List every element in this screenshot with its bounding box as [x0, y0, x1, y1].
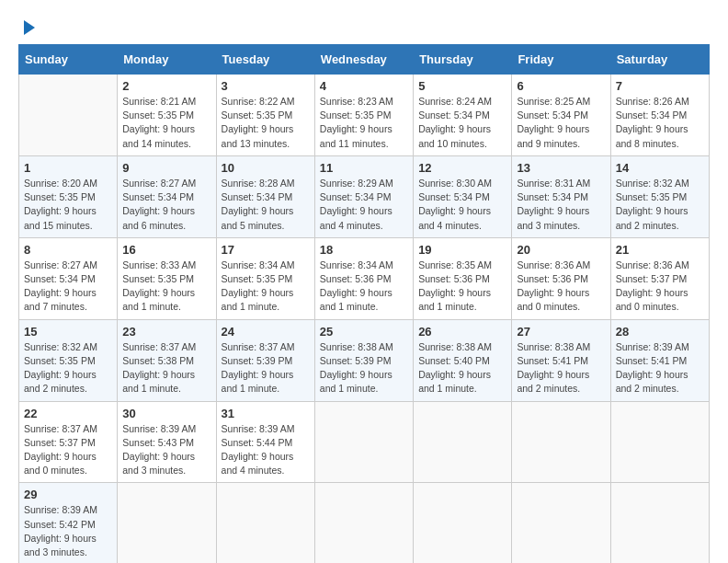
day-info: Sunrise: 8:36 AMSunset: 5:36 PMDaylight:…	[517, 259, 605, 315]
day-number: 13	[517, 161, 605, 175]
calendar-cell: 5Sunrise: 8:24 AMSunset: 5:34 PMDaylight…	[414, 75, 512, 156]
day-info: Sunrise: 8:34 AMSunset: 5:36 PMDaylight:…	[320, 259, 408, 315]
calendar-week-5: 29Sunrise: 8:39 AMSunset: 5:42 PMDayligh…	[19, 483, 710, 563]
day-info: Sunrise: 8:39 AMSunset: 5:43 PMDaylight:…	[122, 422, 210, 478]
calendar-cell: 13Sunrise: 8:31 AMSunset: 5:34 PMDayligh…	[512, 155, 610, 237]
day-info: Sunrise: 8:23 AMSunset: 5:35 PMDaylight:…	[320, 95, 408, 151]
logo-arrow-icon	[24, 20, 35, 35]
day-number: 15	[24, 325, 112, 339]
day-info: Sunrise: 8:21 AMSunset: 5:35 PMDaylight:…	[122, 95, 210, 151]
page-header	[18, 18, 710, 35]
day-info: Sunrise: 8:28 AMSunset: 5:34 PMDaylight:…	[222, 177, 310, 233]
day-number: 9	[122, 161, 210, 175]
day-info: Sunrise: 8:39 AMSunset: 5:42 PMDaylight:…	[24, 503, 112, 559]
day-info: Sunrise: 8:25 AMSunset: 5:34 PMDaylight:…	[517, 95, 605, 151]
calendar-cell: 9Sunrise: 8:27 AMSunset: 5:34 PMDaylight…	[118, 155, 216, 237]
day-info: Sunrise: 8:22 AMSunset: 5:35 PMDaylight:…	[222, 95, 310, 151]
day-number: 22	[24, 407, 112, 420]
day-number: 6	[517, 79, 605, 93]
calendar-cell	[512, 483, 610, 563]
day-info: Sunrise: 8:26 AMSunset: 5:34 PMDaylight:…	[616, 95, 704, 151]
calendar-cell: 24Sunrise: 8:37 AMSunset: 5:39 PMDayligh…	[216, 319, 314, 401]
day-info: Sunrise: 8:37 AMSunset: 5:39 PMDaylight:…	[222, 340, 310, 396]
calendar-cell: 25Sunrise: 8:38 AMSunset: 5:39 PMDayligh…	[314, 319, 413, 401]
day-info: Sunrise: 8:39 AMSunset: 5:44 PMDaylight:…	[222, 422, 310, 478]
calendar-week-2: 8Sunrise: 8:27 AMSunset: 5:34 PMDaylight…	[19, 237, 710, 319]
calendar-cell	[512, 401, 610, 483]
calendar-cell: 21Sunrise: 8:36 AMSunset: 5:37 PMDayligh…	[610, 237, 709, 319]
calendar-cell	[314, 483, 413, 563]
day-number: 28	[616, 325, 704, 339]
calendar-table: SundayMondayTuesdayWednesdayThursdayFrid…	[18, 44, 710, 563]
calendar-cell	[118, 483, 216, 563]
day-number: 14	[616, 161, 704, 175]
calendar-header-tuesday: Tuesday	[216, 45, 314, 75]
day-info: Sunrise: 8:35 AMSunset: 5:36 PMDaylight:…	[418, 259, 506, 315]
day-number: 7	[616, 79, 704, 93]
day-info: Sunrise: 8:24 AMSunset: 5:34 PMDaylight:…	[418, 95, 506, 151]
calendar-cell: 7Sunrise: 8:26 AMSunset: 5:34 PMDaylight…	[610, 75, 709, 156]
calendar-header-sunday: Sunday	[19, 45, 118, 75]
day-number: 5	[418, 79, 506, 93]
day-number: 26	[418, 325, 506, 339]
calendar-header-wednesday: Wednesday	[314, 45, 413, 75]
calendar-cell	[314, 401, 413, 483]
calendar-header-monday: Monday	[118, 45, 216, 75]
day-info: Sunrise: 8:36 AMSunset: 5:37 PMDaylight:…	[616, 259, 704, 315]
calendar-cell: 26Sunrise: 8:38 AMSunset: 5:40 PMDayligh…	[414, 319, 512, 401]
calendar-cell	[610, 401, 709, 483]
day-info: Sunrise: 8:37 AMSunset: 5:37 PMDaylight:…	[24, 422, 112, 478]
day-info: Sunrise: 8:38 AMSunset: 5:39 PMDaylight:…	[320, 340, 408, 396]
day-number: 24	[222, 325, 310, 339]
calendar-cell	[610, 483, 709, 563]
calendar-cell: 6Sunrise: 8:25 AMSunset: 5:34 PMDaylight…	[512, 75, 610, 156]
day-number: 25	[320, 325, 408, 339]
day-info: Sunrise: 8:27 AMSunset: 5:34 PMDaylight:…	[24, 259, 112, 315]
day-number: 19	[418, 243, 506, 257]
day-info: Sunrise: 8:32 AMSunset: 5:35 PMDaylight:…	[616, 177, 704, 233]
calendar-cell	[19, 75, 118, 156]
day-info: Sunrise: 8:39 AMSunset: 5:41 PMDaylight:…	[616, 340, 704, 396]
calendar-cell: 29Sunrise: 8:39 AMSunset: 5:42 PMDayligh…	[19, 483, 118, 563]
calendar-cell: 1Sunrise: 8:20 AMSunset: 5:35 PMDaylight…	[19, 155, 118, 237]
calendar-cell: 14Sunrise: 8:32 AMSunset: 5:35 PMDayligh…	[610, 155, 709, 237]
day-number: 8	[24, 243, 112, 257]
day-number: 1	[24, 161, 112, 175]
calendar-cell: 19Sunrise: 8:35 AMSunset: 5:36 PMDayligh…	[414, 237, 512, 319]
calendar-cell: 10Sunrise: 8:28 AMSunset: 5:34 PMDayligh…	[216, 155, 314, 237]
day-info: Sunrise: 8:33 AMSunset: 5:35 PMDaylight:…	[122, 259, 210, 315]
calendar-week-1: 1Sunrise: 8:20 AMSunset: 5:35 PMDaylight…	[19, 155, 710, 237]
day-info: Sunrise: 8:27 AMSunset: 5:34 PMDaylight:…	[122, 177, 210, 233]
day-number: 17	[222, 243, 310, 257]
day-number: 3	[222, 79, 310, 93]
calendar-cell: 28Sunrise: 8:39 AMSunset: 5:41 PMDayligh…	[610, 319, 709, 401]
calendar-cell: 23Sunrise: 8:37 AMSunset: 5:38 PMDayligh…	[118, 319, 216, 401]
day-number: 4	[320, 79, 408, 93]
calendar-cell: 15Sunrise: 8:32 AMSunset: 5:35 PMDayligh…	[19, 319, 118, 401]
calendar-cell: 11Sunrise: 8:29 AMSunset: 5:34 PMDayligh…	[314, 155, 413, 237]
day-number: 20	[517, 243, 605, 257]
day-info: Sunrise: 8:31 AMSunset: 5:34 PMDaylight:…	[517, 177, 605, 233]
calendar-cell: 30Sunrise: 8:39 AMSunset: 5:43 PMDayligh…	[118, 401, 216, 483]
calendar-cell	[414, 401, 512, 483]
calendar-cell: 31Sunrise: 8:39 AMSunset: 5:44 PMDayligh…	[216, 401, 314, 483]
calendar-header-thursday: Thursday	[414, 45, 512, 75]
day-info: Sunrise: 8:20 AMSunset: 5:35 PMDaylight:…	[24, 177, 112, 233]
calendar-cell: 20Sunrise: 8:36 AMSunset: 5:36 PMDayligh…	[512, 237, 610, 319]
day-number: 29	[24, 488, 112, 501]
calendar-cell: 17Sunrise: 8:34 AMSunset: 5:35 PMDayligh…	[216, 237, 314, 319]
day-number: 31	[222, 407, 310, 420]
day-info: Sunrise: 8:34 AMSunset: 5:35 PMDaylight:…	[222, 259, 310, 315]
day-info: Sunrise: 8:38 AMSunset: 5:40 PMDaylight:…	[418, 340, 506, 396]
calendar-cell: 22Sunrise: 8:37 AMSunset: 5:37 PMDayligh…	[19, 401, 118, 483]
calendar-cell: 2Sunrise: 8:21 AMSunset: 5:35 PMDaylight…	[118, 75, 216, 156]
day-info: Sunrise: 8:30 AMSunset: 5:34 PMDaylight:…	[418, 177, 506, 233]
day-info: Sunrise: 8:38 AMSunset: 5:41 PMDaylight:…	[517, 340, 605, 396]
calendar-cell	[216, 483, 314, 563]
logo	[18, 18, 35, 35]
day-number: 23	[122, 325, 210, 339]
day-number: 21	[616, 243, 704, 257]
day-number: 18	[320, 243, 408, 257]
day-info: Sunrise: 8:29 AMSunset: 5:34 PMDaylight:…	[320, 177, 408, 233]
calendar-cell: 3Sunrise: 8:22 AMSunset: 5:35 PMDaylight…	[216, 75, 314, 156]
